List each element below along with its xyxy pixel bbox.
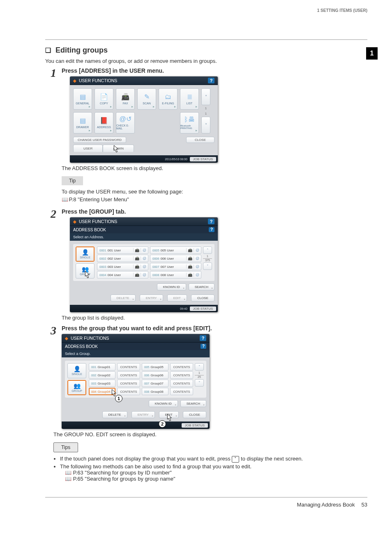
list-item[interactable]: 001Group01 xyxy=(89,363,115,371)
fax-mini-icon[interactable]: 📠 xyxy=(186,248,194,252)
job-status-button[interactable]: JOB STATUS xyxy=(190,157,216,161)
help-icon[interactable]: ? xyxy=(208,78,214,83)
step-number-3: 3 xyxy=(45,325,62,336)
list-item[interactable]: 0006006 User📠@ xyxy=(150,255,201,262)
drawer-icon: ▤ xyxy=(80,117,86,124)
fax-mini-icon[interactable]: 📠 xyxy=(133,273,141,277)
fax-mini-icon[interactable]: 📠 xyxy=(186,265,194,269)
mail-mini-icon[interactable]: @ xyxy=(194,248,201,252)
step-3-note: The GROUP NO. EDIT screen is displayed. xyxy=(53,431,367,438)
shot1-title: USER FUNCTIONS xyxy=(79,78,117,83)
list-item[interactable]: 0003003 User📠@ xyxy=(97,263,148,270)
mail-mini-icon[interactable]: @ xyxy=(141,256,148,260)
scroll-down-button[interactable]: ˅ xyxy=(195,379,204,387)
help-icon[interactable]: ? xyxy=(208,219,214,224)
help-icon[interactable]: ? xyxy=(200,335,206,341)
tile-fax[interactable]: 📠FAX▸ xyxy=(116,88,135,110)
search-button[interactable]: SEARCH▸ xyxy=(189,283,214,290)
mail-mini-icon[interactable]: @ xyxy=(141,273,148,277)
entry-button[interactable]: ENTRY▸ xyxy=(131,411,155,418)
close-button[interactable]: CLOSE xyxy=(186,137,214,143)
group-tab[interactable]: 👥GROUP xyxy=(67,380,86,395)
known-id-button[interactable]: KNOWN ID▸ xyxy=(157,283,186,290)
book-icon: 📖 xyxy=(65,476,71,482)
mail-mini-icon[interactable]: @ xyxy=(141,248,148,252)
fax-mini-icon[interactable]: 📠 xyxy=(133,256,141,260)
user-list-col1: 0001001 User📠@ 0002002 User📠@ 0003003 Us… xyxy=(97,246,148,279)
change-password-button[interactable]: CHANGE USER PASSWORD xyxy=(73,137,126,143)
job-status-button[interactable]: JOB STATUS xyxy=(190,306,216,311)
contents-button[interactable]: CONTENTS xyxy=(170,380,193,387)
list-item[interactable]: 0008008 User📠@ xyxy=(150,271,201,279)
tile-scan[interactable]: ✎SCAN▸ xyxy=(137,88,156,110)
datetime: 09:40 xyxy=(180,307,187,310)
list-item[interactable]: 0007007 User📠@ xyxy=(150,263,201,270)
tile-bluetooth-printing[interactable]: ᛒ🖶Bluetooth PRINTING▸ xyxy=(180,112,199,134)
entry-button[interactable]: ENTRY▸ xyxy=(140,295,163,302)
contents-button[interactable]: CONTENTS xyxy=(170,388,193,395)
single-tab[interactable]: 👤SINGLE xyxy=(67,363,86,378)
step-3-title: Press the group that you want to edit an… xyxy=(62,325,367,332)
help-icon[interactable]: ? xyxy=(201,344,206,349)
list-item[interactable]: 008Group08 xyxy=(142,388,168,395)
person-icon: 👤 xyxy=(82,249,89,255)
scroll-down-button[interactable]: ˅ xyxy=(201,117,210,134)
contents-button[interactable]: CONTENTS xyxy=(117,371,140,379)
list-item[interactable]: 006Group06 xyxy=(142,371,168,379)
delete-button[interactable]: DELETE▸ xyxy=(111,295,136,302)
edit-button[interactable]: EDIT▸ xyxy=(167,295,187,302)
screenshot-user-functions: ◆USER FUNCTIONS ? ▤GENERAL▸ 📄COPY▸ 📠FAX▸… xyxy=(70,76,218,163)
tile-general[interactable]: ▤GENERAL▸ xyxy=(73,88,92,110)
mail-mini-icon[interactable]: @ xyxy=(141,265,148,269)
mail-mini-icon[interactable]: @ xyxy=(194,265,201,269)
tile-address[interactable]: 📕ADDRESS▸ xyxy=(95,112,113,134)
step-2-note: The group list is displayed. xyxy=(62,315,367,321)
close-button[interactable]: CLOSE xyxy=(183,411,206,418)
mail-mini-icon[interactable]: @ xyxy=(194,256,201,260)
list-item[interactable]: 003Group03 xyxy=(89,380,115,387)
scroll-down-button[interactable]: ˅ xyxy=(203,263,212,270)
contents-button[interactable]: CONTENTS xyxy=(170,371,193,379)
list-item[interactable]: 0001001 User📠@ xyxy=(97,246,148,254)
scroll-up-button[interactable]: ˄ xyxy=(203,246,212,254)
step-number-2: 2 xyxy=(45,208,62,220)
contents-button[interactable]: CONTENTS xyxy=(117,388,140,395)
contents-button[interactable]: CONTENTS xyxy=(117,380,140,387)
scroll-up-button[interactable]: ˄ xyxy=(195,363,204,371)
tile-copy[interactable]: 📄COPY▸ xyxy=(95,88,113,110)
datetime: 2011/05/10 08:00 xyxy=(165,158,187,161)
fax-mini-icon[interactable]: 📠 xyxy=(186,256,194,260)
user-list-col2: 0005005 User📠@ 0006006 User📠@ 0007007 Us… xyxy=(150,246,201,279)
single-tab[interactable]: 👤SINGLE xyxy=(76,246,95,262)
tip1-ref: 📖 P.8 "Entering User Menu" xyxy=(62,196,367,203)
page-indicator-bottom: 1 xyxy=(201,112,210,115)
fax-mini-icon[interactable]: 📠 xyxy=(186,273,194,277)
page-total: 375 xyxy=(203,258,212,262)
scroll-up-button[interactable]: ˄ xyxy=(201,88,210,105)
list-item[interactable]: 005Group05 xyxy=(142,363,168,371)
tile-efiling[interactable]: 🗂E-FILING▸ xyxy=(159,88,178,110)
job-status-button[interactable]: JOB STATUS xyxy=(182,423,208,428)
mail-mini-icon[interactable]: @ xyxy=(194,273,201,277)
list-item[interactable]: 0005005 User📠@ xyxy=(150,246,201,254)
tip-label: Tip xyxy=(62,176,83,185)
known-id-button[interactable]: KNOWN ID▸ xyxy=(149,400,178,407)
list-item[interactable]: 007Group07 xyxy=(142,380,168,387)
shot3-title: USER FUNCTIONS xyxy=(71,336,109,341)
tab-user[interactable]: USER xyxy=(73,145,103,152)
delete-button[interactable]: DELETE▸ xyxy=(102,411,127,418)
search-button[interactable]: SEARCH▸ xyxy=(180,400,206,407)
contents-button[interactable]: CONTENTS xyxy=(170,363,193,371)
list-item[interactable]: 0004004 User📠@ xyxy=(97,271,148,279)
contents-button[interactable]: CONTENTS xyxy=(117,363,140,371)
list-item[interactable]: 002Group02 xyxy=(89,371,115,379)
close-button[interactable]: CLOSE xyxy=(191,295,214,302)
tile-check-email[interactable]: @↺CHECK E-MAIL xyxy=(116,112,135,134)
fax-mini-icon[interactable]: 📠 xyxy=(133,265,141,269)
list-item[interactable]: 0002002 User📠@ xyxy=(97,255,148,262)
tile-drawer[interactable]: ▤DRAWER▸ xyxy=(73,112,92,134)
help-icon[interactable]: ? xyxy=(209,227,214,232)
person-icon: 👤 xyxy=(74,366,81,372)
tile-list[interactable]: ≣LIST▸ xyxy=(180,88,199,110)
fax-mini-icon[interactable]: 📠 xyxy=(133,248,141,252)
